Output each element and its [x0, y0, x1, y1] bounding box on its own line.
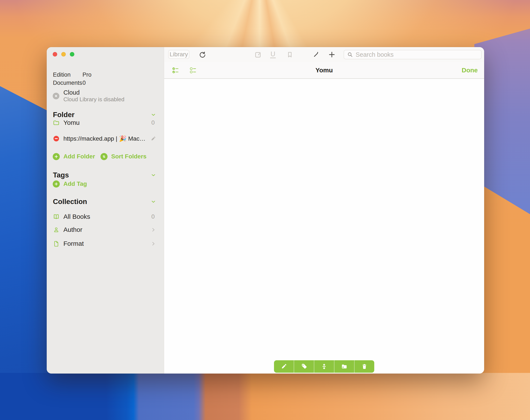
chevron-right-icon: [151, 241, 156, 246]
move-to-folder-button[interactable]: [334, 360, 354, 373]
tag-button[interactable]: [294, 360, 314, 373]
selection-action-bar: [274, 360, 374, 373]
tag-icon: [301, 363, 308, 370]
main-pane: Library U: [164, 47, 484, 374]
underline-icon[interactable]: U: [269, 50, 277, 59]
sidebar-item-author[interactable]: Author: [47, 225, 164, 234]
search-icon: [347, 51, 353, 58]
traffic-lights: [53, 52, 74, 56]
close-window-button[interactable]: [53, 52, 57, 56]
cloud-disabled-icon: [53, 93, 59, 99]
sort-folders-label: Sort Folders: [111, 153, 147, 160]
sidebar-item-yomu-folder[interactable]: Yomu 0: [47, 118, 164, 127]
cloud-title: Cloud: [63, 89, 124, 96]
bookmark-icon[interactable]: [286, 50, 294, 59]
author-icon: [53, 226, 60, 233]
edit-button[interactable]: [274, 360, 294, 373]
yomu-app-window: Edition Pro Documents 0 Cloud Cloud Libr…: [47, 47, 484, 374]
done-button[interactable]: Done: [462, 67, 478, 74]
add-folder-label: Add Folder: [63, 153, 95, 160]
book-icon: [53, 213, 60, 220]
toolbar: Library U: [164, 47, 484, 62]
library-button-label: Library: [170, 51, 188, 58]
tags-section-title: Tags: [53, 171, 69, 179]
sidebar: Edition Pro Documents 0 Cloud Cloud Libr…: [47, 47, 164, 374]
sort-icon: [101, 153, 107, 160]
plus-icon[interactable]: [327, 50, 336, 59]
reorder-icon: [321, 363, 327, 370]
chevron-down-icon[interactable]: [151, 199, 156, 204]
folder-row-count: 0: [151, 119, 155, 126]
folder-row-label: https://macked.app | 🎉 MacKed t…: [63, 135, 148, 142]
collection-section-title: Collection: [53, 197, 87, 206]
pen-icon[interactable]: [312, 50, 321, 59]
plus-circle-icon: [53, 181, 60, 187]
zoom-window-button[interactable]: [70, 52, 74, 56]
documents-value: 0: [83, 79, 86, 87]
pencil-icon: [280, 363, 287, 370]
reorder-button[interactable]: [314, 360, 334, 373]
folder-section-header[interactable]: Folder: [53, 111, 156, 119]
wallpaper-bottom-bands: [0, 373, 530, 420]
sort-folders-button[interactable]: Sort Folders: [101, 152, 147, 161]
collection-row-label: All Books: [63, 213, 90, 220]
folder-section-title: Folder: [53, 111, 74, 119]
remove-icon[interactable]: [53, 135, 60, 142]
chevron-down-icon[interactable]: [151, 112, 156, 117]
folder-move-icon: [341, 363, 348, 370]
sidebar-item-all-books[interactable]: All Books 0: [47, 212, 164, 221]
documents-label: Documents: [53, 79, 83, 87]
collection-row-label: Author: [63, 226, 82, 233]
chevron-down-icon[interactable]: [151, 172, 156, 178]
library-button[interactable]: Library: [168, 50, 189, 59]
page-title: Yomu: [164, 67, 484, 74]
folder-row-label: Yomu: [63, 119, 80, 126]
minimize-window-button[interactable]: [61, 52, 66, 56]
compose-icon[interactable]: [254, 50, 263, 59]
edition-value: Pro: [83, 71, 91, 79]
collection-section-header[interactable]: Collection: [53, 197, 156, 206]
add-tag-label: Add Tag: [63, 181, 87, 187]
trash-icon: [361, 363, 368, 370]
book-list-empty: [164, 79, 484, 374]
search-field[interactable]: [344, 50, 482, 59]
add-folder-button[interactable]: Add Folder: [53, 152, 95, 161]
refresh-icon[interactable]: [198, 50, 206, 59]
sidebar-item-format[interactable]: Format: [47, 239, 164, 248]
edition-label: Edition: [53, 71, 83, 79]
selection-header: Yomu Done: [164, 62, 484, 79]
search-input[interactable]: [355, 51, 478, 58]
pencil-icon[interactable]: [151, 136, 156, 141]
chevron-right-icon: [151, 227, 156, 233]
tags-section-header[interactable]: Tags: [53, 171, 156, 179]
plus-circle-icon: [53, 153, 60, 160]
cloud-status[interactable]: Cloud Cloud Library is disabled: [53, 89, 124, 103]
collection-row-label: Format: [63, 240, 84, 247]
sidebar-item-macked-folder[interactable]: https://macked.app | 🎉 MacKed t…: [47, 134, 164, 143]
format-icon: [53, 240, 60, 247]
folder-icon: [53, 119, 60, 126]
delete-button[interactable]: [354, 360, 374, 373]
add-tag-button[interactable]: Add Tag: [53, 180, 87, 188]
collection-row-count: 0: [151, 213, 155, 220]
cloud-subtitle: Cloud Library is disabled: [63, 96, 124, 103]
edition-stats: Edition Pro Documents 0: [53, 71, 91, 87]
